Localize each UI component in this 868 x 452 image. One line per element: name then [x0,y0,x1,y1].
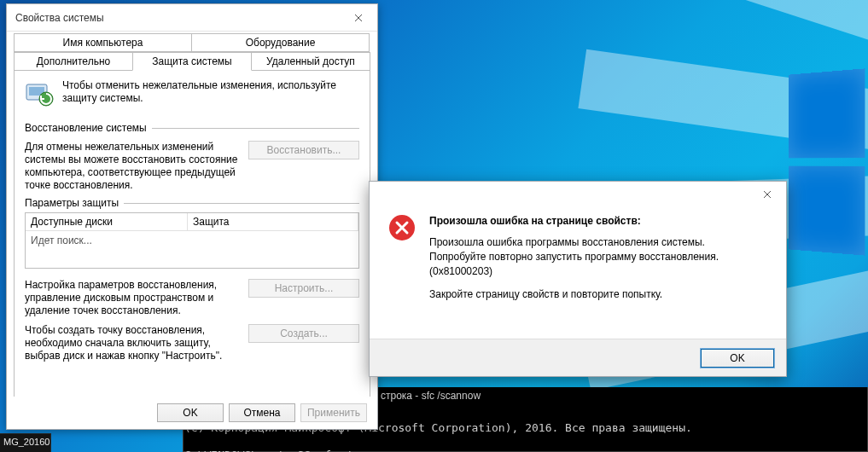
taskbar-thumbnail-label: MG_20160 [0,433,51,452]
close-button[interactable] [748,182,786,207]
command-prompt-title-fragment: строка - sfc /scannow [376,388,486,405]
apply-button[interactable]: Применить [300,403,367,422]
configure-button[interactable]: Настроить... [248,279,359,298]
tab-content: Чтобы отменить нежелательные изменения, … [14,70,370,416]
error-line1: Произошла ошибка программы восстановлени… [429,235,719,250]
column-header-disks[interactable]: Доступные диски [26,213,188,230]
error-line3: Закройте страницу свойств и повторите по… [429,287,719,302]
create-button[interactable]: Создать... [248,324,359,343]
restore-description: Для отмены нежелательных изменений систе… [25,141,240,192]
tab-advanced[interactable]: Дополнительно [14,52,133,71]
error-dialog: Произошла ошибка на странице свойств: Пр… [369,181,787,377]
intro-text: Чтобы отменить нежелательные изменения, … [62,79,359,105]
error-line2: Попробуйте повторно запустить программу … [429,250,719,264]
divider [152,128,359,129]
system-properties-titlebar[interactable]: Свойства системы [7,4,377,32]
divider [124,203,359,204]
ok-button[interactable]: OK [157,403,224,422]
section-protection-params-label: Параметры защиты [25,197,119,209]
close-button[interactable] [339,5,377,31]
tab-computer-name[interactable]: Имя компьютера [14,33,192,52]
section-restore-label: Восстановление системы [25,122,147,134]
protection-disks-table[interactable]: Доступные диски Защита Идет поиск... [25,212,359,269]
system-protection-icon [25,79,54,108]
error-titlebar[interactable] [370,182,786,207]
tab-system-protection[interactable]: Защита системы [132,52,252,71]
close-icon [354,14,363,22]
error-heading: Произошла ошибка на странице свойств: [429,214,719,229]
system-properties-dialog: Свойства системы Имя компьютера Оборудов… [6,3,378,430]
error-icon [388,214,416,241]
create-description: Чтобы создать точку восстановления, необ… [25,324,240,362]
disks-searching-text: Идет поиск... [26,231,358,250]
tab-hardware[interactable]: Оборудование [191,33,370,52]
column-header-protection[interactable]: Защита [188,213,358,230]
tab-remote[interactable]: Удаленный доступ [251,52,370,71]
cancel-button[interactable]: Отмена [229,403,295,422]
system-properties-title: Свойства системы [15,12,104,24]
error-ok-button[interactable]: OK [701,349,774,368]
restore-button[interactable]: Восстановить... [248,141,359,159]
configure-description: Настройка параметров восстановления, упр… [25,279,240,317]
close-icon [763,190,772,199]
error-code: (0x81000203) [429,264,719,279]
windows-logo [789,61,868,264]
desktop-background: строка - sfc /scannow sion 10.0.14393] (… [0,0,868,452]
